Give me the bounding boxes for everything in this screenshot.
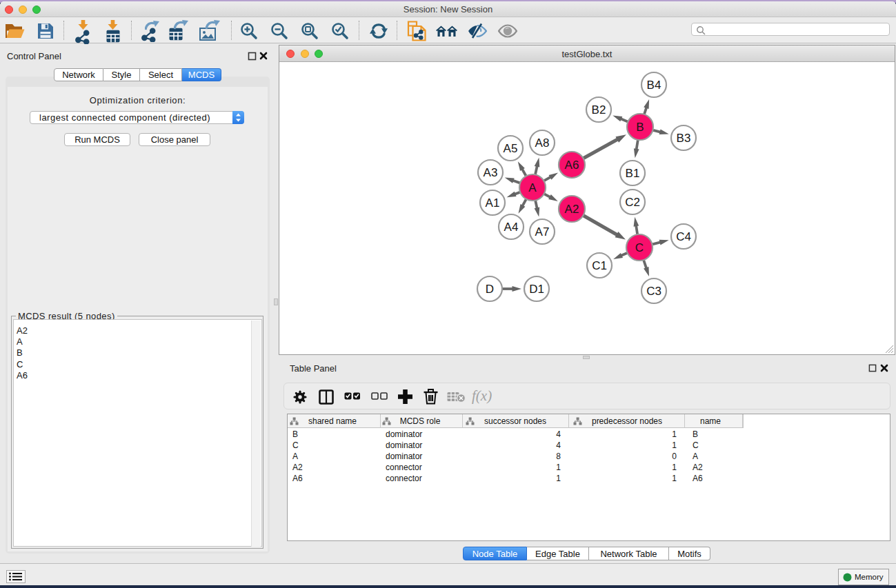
- svg-text:B: B: [636, 121, 644, 134]
- svg-text:B1: B1: [626, 167, 640, 180]
- svg-text:A1: A1: [486, 196, 500, 210]
- svg-text:A: A: [528, 181, 537, 194]
- svg-text:D: D: [486, 283, 494, 296]
- svg-text:B2: B2: [592, 103, 606, 116]
- svg-text:A4: A4: [504, 221, 519, 234]
- svg-text:A3: A3: [484, 166, 498, 179]
- svg-text:C3: C3: [646, 285, 661, 298]
- svg-text:A8: A8: [535, 136, 550, 150]
- svg-text:C2: C2: [625, 196, 640, 209]
- svg-text:D1: D1: [529, 283, 544, 296]
- svg-text:B4: B4: [647, 79, 661, 92]
- svg-text:A5: A5: [504, 142, 518, 155]
- svg-text:A7: A7: [535, 225, 550, 239]
- svg-text:C: C: [635, 241, 644, 254]
- svg-text:C4: C4: [676, 230, 691, 243]
- svg-text:A6: A6: [565, 159, 579, 172]
- svg-text:B3: B3: [677, 132, 691, 145]
- svg-text:C1: C1: [592, 259, 607, 272]
- svg-text:A2: A2: [565, 203, 579, 216]
